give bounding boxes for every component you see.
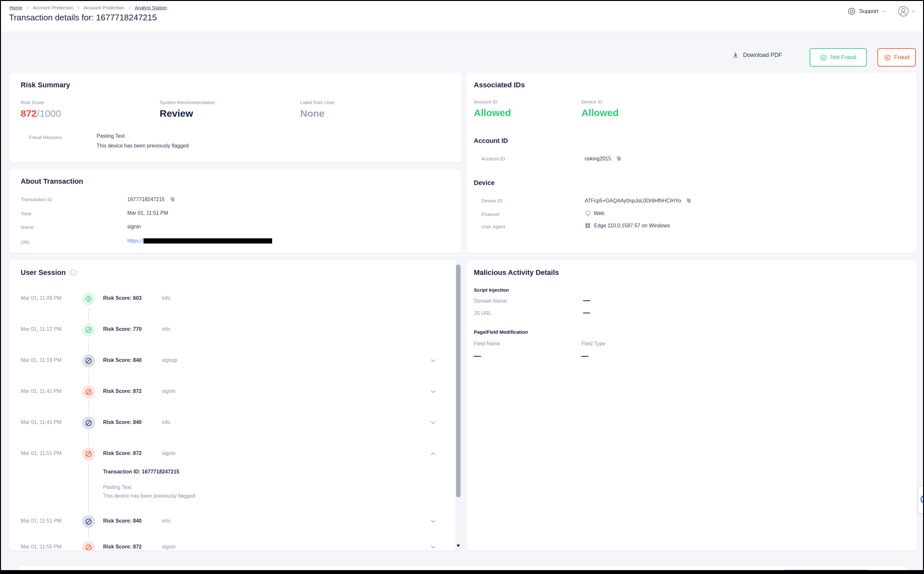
copy-icon[interactable] [169, 196, 176, 203]
about-transaction-title: About Transaction [21, 177, 83, 186]
field-type-label: Field Type [581, 341, 605, 347]
event-type: signin [162, 544, 176, 550]
fraud-button[interactable]: Fraud [877, 48, 916, 66]
js-url-value: — [583, 309, 590, 317]
event-type: signin [162, 451, 176, 456]
chevron-right-icon [128, 6, 132, 10]
floating-action-widget[interactable] [918, 487, 924, 513]
session-event-row[interactable]: Mar 01, 11:51 PMRisk Score: 840info [9, 515, 461, 528]
associated-ids-card: Associated IDs Account ID Allowed Device… [467, 72, 917, 253]
breadcrumb-account-protection-1[interactable]: Account Protection [33, 5, 73, 10]
detail-reason: This device has been previously flagged [103, 493, 461, 499]
support-menu[interactable]: Support [859, 8, 878, 14]
device-section-title: Device [474, 179, 495, 187]
risk-summary-card: Risk Summary Risk Score 872/1000 System … [9, 72, 462, 162]
label-from-user-label: Label from User [300, 99, 335, 105]
session-event-row[interactable]: Mar 01, 11:41 PMRisk Score: 872signin [9, 385, 461, 398]
circle-slash-icon [82, 416, 95, 429]
event-risk-score: Risk Score: 872 [103, 451, 141, 456]
session-event-row[interactable]: Mar 01, 11:51 PMRisk Score: 872signin [9, 448, 461, 460]
session-timeline: Mar 01, 11:09 PMRisk Score: 603infoMar 0… [9, 292, 461, 551]
event-risk-score: Risk Score: 872 [103, 544, 141, 550]
user-agent-value: Edge 110.0.1587.57 on Windows [594, 223, 670, 229]
page-field-modification-title: Page/Field Modification [474, 329, 528, 335]
risk-score-value: 872 [21, 108, 37, 119]
chevron-right-icon [25, 6, 30, 10]
support-icon [847, 7, 856, 16]
domain-name-label: Domain Name [474, 298, 507, 304]
assoc-device-id-label: Device ID [581, 99, 602, 104]
copy-icon[interactable] [616, 155, 622, 162]
diamond-alert-icon [82, 292, 95, 305]
user-session-card: User Session Mar 01, 11:09 PMRisk Score:… [9, 260, 462, 551]
time-value: Mar 01, 11:51 PM [127, 210, 168, 216]
windows-icon [585, 222, 591, 229]
event-type: info [162, 419, 170, 425]
session-event-row[interactable]: Mar 01, 11:55 PMRisk Score: 872signin [9, 541, 461, 551]
chevron-down-icon[interactable] [429, 388, 437, 396]
breadcrumb-analyst-station[interactable]: Analyst Station [135, 5, 167, 10]
event-timestamp: Mar 01, 11:51 PM [21, 518, 61, 524]
user-avatar[interactable] [897, 5, 909, 17]
app-header: Home Account Protection Account Protecti… [1, 1, 923, 32]
user-session-title: User Session [21, 268, 66, 277]
breadcrumb-account-protection-2[interactable]: Account Protection [84, 5, 124, 10]
widget-circle-icon [921, 495, 924, 503]
event-type: signup [162, 357, 177, 363]
account-id-row-label: Account ID [481, 156, 505, 161]
field-name-label: Field Name [474, 341, 500, 347]
session-event-row[interactable]: Mar 01, 11:41 PMRisk Score: 840info [9, 416, 461, 429]
system-recommendation-label: System Recommendation [160, 99, 215, 105]
malicious-activity-title: Malicious Activity Details [474, 268, 559, 277]
js-url-label: JS URL [474, 311, 492, 316]
risk-summary-title: Risk Summary [21, 81, 70, 89]
account-id-section-title: Account ID [474, 137, 508, 145]
chevron-up-icon[interactable] [429, 450, 437, 459]
event-type: info [162, 518, 170, 524]
event-timestamp: Mar 01, 11:51 PM [21, 451, 61, 456]
circle-slash-icon [82, 541, 95, 551]
event-type: info [162, 295, 170, 301]
event-type: info [162, 326, 170, 332]
system-recommendation-value: Review [160, 108, 193, 119]
associated-ids-title: Associated IDs [474, 81, 525, 89]
screenshot-bottom-border [1, 570, 923, 573]
malicious-activity-card: Malicious Activity Details Script Inject… [467, 260, 917, 551]
session-event-row[interactable]: Mar 01, 11:16 PMRisk Score: 840signup [9, 355, 461, 367]
channel-label: Channel [481, 211, 499, 217]
info-icon[interactable] [69, 269, 77, 276]
event-risk-score: Risk Score: 840 [103, 419, 141, 425]
name-value: signin [127, 224, 141, 230]
breadcrumb-home[interactable]: Home [9, 5, 22, 10]
scrollbar-track[interactable] [456, 260, 461, 550]
fraud-reason: This device has been previously flagged [97, 143, 189, 149]
download-pdf-button[interactable]: Download PDF [732, 51, 782, 58]
device-id-row-label: Device ID [481, 198, 502, 203]
copy-icon[interactable] [685, 197, 691, 205]
fraud-reasons-label: Fraud Reasons [29, 134, 62, 140]
not-fraud-button[interactable]: Not Fraud [809, 48, 867, 66]
detail-reason: Pasting Text [103, 484, 461, 490]
event-risk-score: Risk Score: 603 [103, 295, 141, 301]
x-circle-icon [884, 54, 891, 61]
transaction-url-link[interactable]: https:// [127, 238, 143, 243]
chevron-down-icon[interactable] [882, 9, 886, 14]
detail-transaction-id: Transaction ID: 1677718247215 [103, 469, 461, 475]
chevron-right-icon [77, 6, 80, 10]
script-injection-title: Script Injection [474, 287, 509, 293]
transaction-id-value: 1677718247215 [127, 197, 165, 202]
assoc-account-id-label: Account ID [474, 99, 497, 104]
domain-name-value: — [583, 296, 590, 304]
scrollbar-thumb[interactable] [456, 265, 460, 497]
chevron-down-icon[interactable] [911, 9, 916, 14]
chevron-down-icon[interactable] [429, 544, 437, 551]
circle-slash-icon [82, 385, 95, 398]
chevron-down-icon[interactable] [429, 357, 437, 366]
redaction-bar [143, 238, 272, 243]
chevron-down-icon[interactable] [429, 518, 437, 526]
chevron-down-icon[interactable] [429, 419, 437, 427]
event-timestamp: Mar 01, 11:55 PM [21, 544, 61, 550]
download-pdf-label: Download PDF [743, 52, 782, 58]
scrollbar-down-arrow[interactable] [456, 543, 461, 549]
page-title: Transaction details for: 1677718247215 [9, 13, 157, 23]
